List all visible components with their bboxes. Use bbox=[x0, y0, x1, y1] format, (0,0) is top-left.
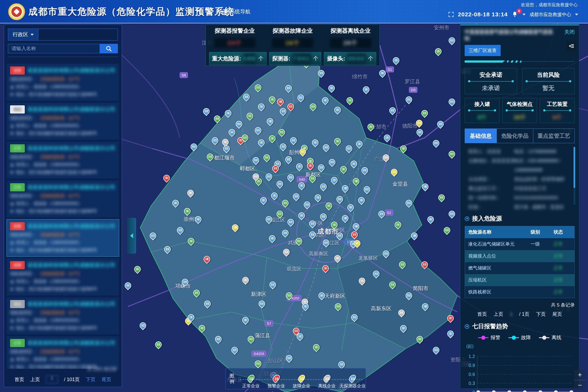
counter-value: 4032 bbox=[347, 54, 366, 63]
building-icon bbox=[287, 87, 290, 89]
location-icon bbox=[10, 93, 14, 97]
building-icon bbox=[287, 158, 290, 161]
map-zoom-control: + − bbox=[574, 370, 586, 390]
page-first-link[interactable]: 首页 bbox=[477, 311, 487, 317]
detector-stat-card: 探测器故障企业16个 bbox=[264, 27, 322, 49]
company-list-item[interactable]: 正常某某某某科技有限公司成都某某分公司危险源类型：【四级危险源 - 生产】联系人… bbox=[7, 336, 119, 369]
company-list-item[interactable]: 正常某某某某科技有限公司成都某某分公司危险源类型：【四级危险源 - 生产】联系人… bbox=[7, 180, 119, 218]
building-icon bbox=[330, 87, 333, 89]
chart-legend-item[interactable]: 故障 bbox=[509, 334, 531, 341]
app-header: 成都市重大危险源（危险化学品）监测预警系统 系统导航 欢迎您，成都市应急救援中心… bbox=[0, 0, 588, 23]
system-nav-button[interactable]: 系统导航 bbox=[223, 8, 250, 15]
resource-counter: 摄像头:4032个 bbox=[324, 52, 376, 65]
plant-3d-patrol-button[interactable]: 三维厂区巡查 bbox=[465, 45, 501, 56]
building-icon bbox=[375, 272, 378, 275]
building-icon bbox=[451, 213, 454, 215]
page-next-link[interactable]: 下页 bbox=[86, 376, 96, 383]
building-icon bbox=[280, 131, 283, 133]
legend-title: 图例 bbox=[226, 368, 238, 389]
datetime-display: 2022-08-18 13:14 bbox=[458, 11, 508, 18]
svg-text:1.2: 1.2 bbox=[468, 354, 475, 359]
page-prev-link[interactable]: 上页 bbox=[30, 376, 40, 383]
hazard-type-line: 危险源类型：【四级危险源 - 生产】 bbox=[10, 154, 116, 160]
zoom-out-button[interactable]: − bbox=[574, 380, 586, 391]
building-icon bbox=[282, 110, 285, 112]
hazard-type-value: 【四级危险源 - 生产】 bbox=[38, 232, 81, 238]
chevron-down-icon[interactable] bbox=[522, 14, 526, 16]
hazard-status-value: 正常 bbox=[554, 253, 563, 259]
building-icon bbox=[238, 123, 241, 125]
building-icon bbox=[340, 363, 343, 366]
chart-legend-item[interactable]: 报警 bbox=[478, 334, 500, 341]
legend-marker bbox=[509, 337, 519, 338]
legend-marker bbox=[478, 337, 488, 338]
fullscreen-icon[interactable] bbox=[448, 11, 454, 17]
chevron-down-icon[interactable] bbox=[575, 14, 578, 16]
contact-text: 联系人：某某某（13800000000） bbox=[16, 357, 82, 362]
company-name: 某某某某科技有限公司成都某某分公司 bbox=[27, 67, 115, 74]
page-first-link[interactable]: 首页 bbox=[14, 376, 24, 383]
page-number-input[interactable]: 1 bbox=[46, 375, 58, 384]
table-row[interactable]: 压缩机区正常 bbox=[465, 274, 575, 286]
company-list-item[interactable]: 离线某某某某科技有限公司成都某某分公司危险源类型：【四级危险源 - 生产】联系人… bbox=[7, 103, 119, 140]
hazard-status-value: 正常 bbox=[554, 289, 563, 295]
page-prev-link[interactable]: 上页 bbox=[494, 311, 503, 317]
building-icon bbox=[348, 99, 351, 102]
building-icon bbox=[244, 279, 247, 281]
company-list-item[interactable]: 报警某某某某科技有限公司成都某某分公司危险源类型：【四级危险源 - 生产】联系人… bbox=[7, 219, 119, 256]
table-row[interactable]: 铁路栈桥区正常 bbox=[465, 286, 575, 298]
zoom-in-button[interactable]: + bbox=[574, 370, 586, 380]
page-next-link[interactable]: 下页 bbox=[536, 311, 546, 317]
equipment-stat-value: 6个 bbox=[540, 114, 574, 121]
expand-panel-button[interactable] bbox=[566, 41, 577, 51]
tab-key-supervision-process[interactable]: 重点监管工艺 bbox=[533, 129, 574, 143]
building-icon bbox=[227, 112, 230, 114]
company-list-item[interactable]: 离线某某某某科技有限公司成都某某分公司危险源类型：【四级危险源 - 生产】联系人… bbox=[7, 297, 119, 334]
page-last-link[interactable]: 尾页 bbox=[552, 311, 562, 317]
info-label bbox=[465, 166, 514, 175]
close-panel-button[interactable]: 关闭 bbox=[564, 29, 575, 36]
building-icon bbox=[209, 155, 212, 158]
building-icon bbox=[336, 140, 339, 142]
building-icon bbox=[268, 175, 271, 178]
page-last-link[interactable]: 尾页 bbox=[102, 376, 111, 383]
chart-legend-item[interactable]: 离线 bbox=[539, 334, 561, 341]
building-icon bbox=[397, 223, 400, 226]
user-org-menu[interactable]: 成都市应急救援中心 bbox=[529, 11, 571, 18]
building-icon bbox=[320, 72, 323, 74]
counter-unit: 个 bbox=[368, 55, 373, 62]
search-button[interactable] bbox=[100, 44, 118, 53]
tab-basic-info[interactable]: 基础信息 bbox=[465, 129, 497, 143]
equipment-stat-value: 8个 bbox=[465, 114, 499, 121]
building-icon bbox=[289, 176, 292, 179]
company-list-item[interactable]: 正常某某某某科技有限公司成都某某分公司危险源类型：【四级危险源 - 生产】联系人… bbox=[7, 142, 119, 179]
scrollbar[interactable] bbox=[574, 147, 575, 205]
notification-bell-button[interactable]: 0 bbox=[512, 11, 519, 18]
status-badge: 离线 bbox=[10, 300, 25, 308]
building-icon bbox=[435, 349, 438, 351]
tab-hazardous-chemicals[interactable]: 危险化学品 bbox=[497, 129, 533, 143]
building-icon bbox=[166, 248, 169, 250]
company-list-item[interactable]: 报警某某某某科技有限公司成都某某分公司危险源类型：【四级危险源 - 生产】联系人… bbox=[7, 64, 119, 101]
location-icon bbox=[10, 365, 14, 369]
building-icon bbox=[338, 198, 341, 200]
table-row[interactable]: 液化石油气储罐区单元一级正常 bbox=[465, 238, 575, 250]
sidebar-collapse-tab[interactable] bbox=[127, 218, 136, 254]
company-list-item[interactable]: 报警某某某某科技有限公司成都某某分公司危险源类型：【四级危险源 - 生产】联系人… bbox=[7, 258, 119, 295]
region-filter-dropdown[interactable]: 行政区 bbox=[8, 29, 38, 41]
hazard-type-label: 危险源类型： bbox=[10, 349, 36, 355]
building-icon bbox=[282, 145, 285, 148]
legend-pin-icon bbox=[348, 373, 357, 383]
person-icon bbox=[10, 241, 14, 245]
counter-label: 探测器: bbox=[272, 55, 290, 62]
person-icon bbox=[10, 280, 14, 284]
region-filter-value[interactable] bbox=[38, 29, 118, 41]
building-icon bbox=[300, 214, 303, 217]
search-input[interactable] bbox=[8, 44, 100, 53]
svg-text:0.9: 0.9 bbox=[468, 363, 475, 368]
table-row[interactable]: 燃气储罐区正常 bbox=[465, 262, 575, 274]
person-icon bbox=[10, 163, 14, 167]
table-row[interactable]: 视频接入点位正常 bbox=[465, 250, 575, 262]
search-icon bbox=[106, 45, 112, 52]
building-icon bbox=[300, 184, 303, 187]
